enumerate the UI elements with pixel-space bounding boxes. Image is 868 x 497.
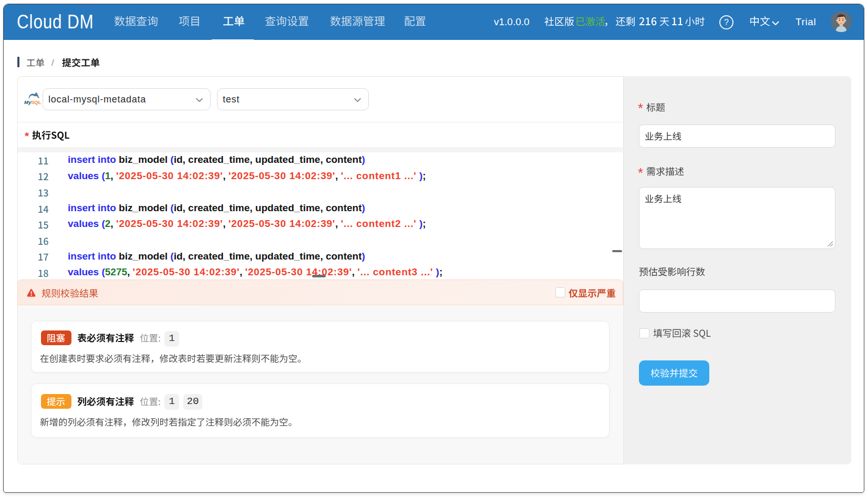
svg-text:SQL: SQL	[31, 99, 42, 105]
svg-text:My: My	[24, 99, 32, 105]
